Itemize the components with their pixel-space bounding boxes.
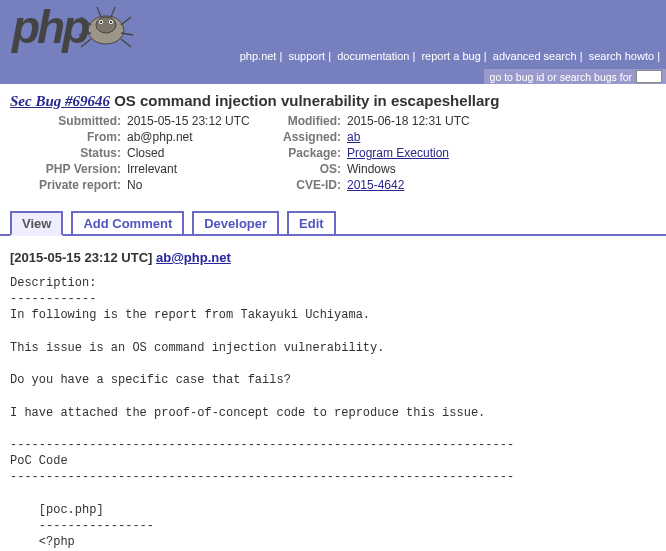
nav-advanced-search[interactable]: advanced search xyxy=(493,50,577,62)
value-modified: 2015-06-18 12:31 UTC xyxy=(344,113,650,129)
logo[interactable]: php xyxy=(12,0,137,54)
nav-report-a-bug[interactable]: report a bug xyxy=(421,50,480,62)
label-os: OS: xyxy=(268,161,344,177)
nav-support[interactable]: support xyxy=(288,50,325,62)
label-status: Status: xyxy=(10,145,124,161)
label-package: Package: xyxy=(268,145,344,161)
search-label: go to bug id or search bugs for xyxy=(490,71,632,83)
svg-point-4 xyxy=(100,21,102,23)
value-os: Windows xyxy=(344,161,650,177)
comment-author-link[interactable]: ab@php.net xyxy=(156,250,231,265)
bug-title-line: Sec Bug #69646 OS command injection vuln… xyxy=(10,92,656,110)
label-submitted: Submitted: xyxy=(10,113,124,129)
tab-bar: View Add Comment Developer Edit xyxy=(0,211,666,236)
bug-icon xyxy=(79,3,137,51)
bug-title-text: OS command injection vulnerability in es… xyxy=(114,92,499,109)
nav-search-howto[interactable]: search howto xyxy=(589,50,654,62)
value-package-link[interactable]: Program Execution xyxy=(347,146,449,160)
search-input[interactable] xyxy=(636,70,662,83)
site-header: php php.net | support | documentation | … xyxy=(0,0,666,84)
top-nav: php.net | support | documentation | repo… xyxy=(240,50,660,62)
bug-id-link[interactable]: Sec Bug #69646 xyxy=(10,93,110,109)
value-private: No xyxy=(124,177,268,193)
bug-meta-table: Submitted: 2015-05-15 23:12 UTC Modified… xyxy=(10,113,650,193)
svg-point-5 xyxy=(110,21,112,23)
label-private: Private report: xyxy=(10,177,124,193)
tab-add-comment[interactable]: Add Comment xyxy=(71,211,184,236)
label-phpver: PHP Version: xyxy=(10,161,124,177)
value-status: Closed xyxy=(124,145,268,161)
comment-timestamp: [2015-05-15 23:12 UTC] xyxy=(10,250,152,265)
search-bar: go to bug id or search bugs for xyxy=(484,69,666,84)
bug-content: Sec Bug #69646 OS command injection vuln… xyxy=(0,84,666,199)
value-from: ab@php.net xyxy=(124,129,268,145)
tab-edit[interactable]: Edit xyxy=(287,211,336,236)
label-assigned: Assigned: xyxy=(268,129,344,145)
comment-body: Description: ------------ In following i… xyxy=(10,275,656,551)
label-from: From: xyxy=(10,129,124,145)
value-phpver: Irrelevant xyxy=(124,161,268,177)
tab-developer[interactable]: Developer xyxy=(192,211,279,236)
svg-point-1 xyxy=(96,17,116,33)
value-submitted: 2015-05-15 23:12 UTC xyxy=(124,113,268,129)
nav-documentation[interactable]: documentation xyxy=(337,50,409,62)
label-modified: Modified: xyxy=(268,113,344,129)
value-cve-link[interactable]: 2015-4642 xyxy=(347,178,404,192)
value-assigned-link[interactable]: ab xyxy=(347,130,360,144)
nav-phpnet[interactable]: php.net xyxy=(240,50,277,62)
label-cve: CVE-ID: xyxy=(268,177,344,193)
tab-view[interactable]: View xyxy=(10,211,63,236)
comment-block: [2015-05-15 23:12 UTC] ab@php.net Descri… xyxy=(10,250,656,551)
